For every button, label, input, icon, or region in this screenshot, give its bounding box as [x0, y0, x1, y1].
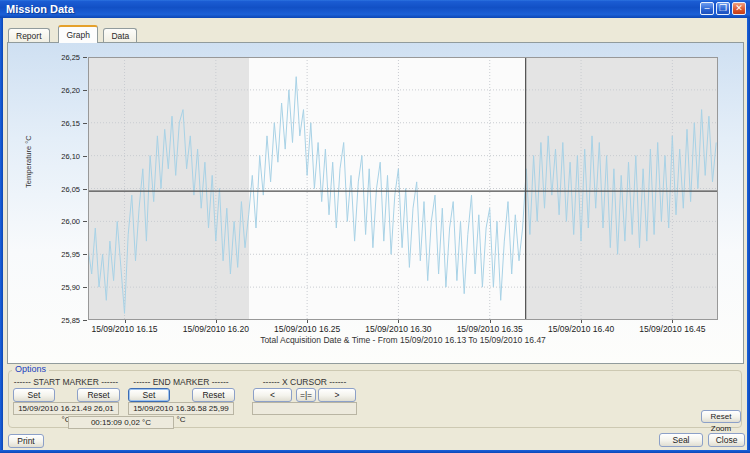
y-tick-mark [83, 287, 87, 288]
y-tick-label: 25,90 [50, 283, 80, 292]
y-tick-label: 26,25 [50, 53, 80, 62]
y-tick-label: 26,00 [50, 217, 80, 226]
start-marker-reset-button[interactable]: Reset [77, 388, 120, 402]
temperature-chart[interactable] [88, 57, 718, 320]
start-marker-value-field: 15/09/2010 16.21.49 26,01 °C [13, 402, 119, 415]
end-marker-set-button[interactable]: Set [128, 388, 170, 402]
close-icon[interactable]: ✕ [732, 2, 746, 15]
print-button[interactable]: Print [8, 434, 44, 448]
x-tick-mark [307, 320, 308, 323]
y-tick-mark [83, 90, 87, 91]
y-tick-label: 26,10 [50, 152, 80, 161]
y-tick-mark [83, 57, 87, 58]
end-marker-value-field: 15/09/2010 16.36.58 25,99 °C [128, 402, 234, 415]
restore-button[interactable]: ❐ [716, 2, 730, 15]
start-marker-set-button[interactable]: Set [13, 388, 55, 402]
options-group-label: Options [12, 364, 49, 374]
x-tick-label: 15/09/2010 16.20 [171, 324, 261, 334]
x-tick-mark [216, 320, 217, 323]
x-tick-mark [125, 320, 126, 323]
x-cursor-header: ------ X CURSOR ------ [252, 377, 357, 387]
y-tick-mark [83, 254, 87, 255]
reset-zoom-button[interactable]: Reset Zoom [701, 410, 741, 423]
x-axis-title: Total Acquisition Date & Time - From 15/… [88, 335, 718, 345]
y-tick-mark [83, 123, 87, 124]
x-tick-mark [581, 320, 582, 323]
tab-graph[interactable]: Graph [58, 25, 98, 43]
window-border-left [0, 18, 3, 453]
end-marker-header: ------ END MARKER ------ [128, 377, 234, 387]
x-tick-label: 15/09/2010 16.25 [262, 324, 352, 334]
tab-report[interactable]: Report [8, 28, 50, 43]
y-tick-label: 26,05 [50, 185, 80, 194]
tab-data[interactable]: Data [103, 28, 137, 43]
y-tick-label: 25,95 [50, 250, 80, 259]
mission-data-window: Mission Data – ❐ ✕ ReportGraphData 26,25… [0, 0, 750, 453]
window-title: Mission Data [0, 3, 74, 15]
x-cursor-value-field [252, 402, 357, 415]
x-tick-mark [672, 320, 673, 323]
start-marker-header: ------ START MARKER ------ [13, 377, 119, 387]
window-titlebar[interactable]: Mission Data – ❐ ✕ [0, 0, 750, 18]
y-tick-label: 25,85 [50, 316, 80, 325]
y-axis-title: Temperature °C [24, 135, 33, 188]
x-tick-mark [490, 320, 491, 323]
marker-duration-field: 00:15:09 0,02 °C [68, 416, 174, 429]
x-tick-label: 15/09/2010 16.15 [80, 324, 170, 334]
y-tick-mark [83, 221, 87, 222]
minimize-button[interactable]: – [700, 2, 714, 15]
x-tick-mark [398, 320, 399, 323]
end-marker-reset-button[interactable]: Reset [192, 388, 235, 402]
x-tick-label: 15/09/2010 16.45 [627, 324, 717, 334]
x-tick-label: 15/09/2010 16.35 [445, 324, 535, 334]
chart-plot[interactable] [88, 57, 718, 324]
y-tick-label: 26,15 [50, 119, 80, 128]
x-cursor-right-button[interactable]: > [318, 388, 356, 402]
y-tick-mark [83, 156, 87, 157]
seal-button[interactable]: Seal [659, 433, 703, 447]
x-tick-label: 15/09/2010 16.40 [536, 324, 626, 334]
close-button[interactable]: Close [708, 433, 745, 447]
y-tick-mark [83, 320, 87, 321]
y-tick-label: 26,20 [50, 86, 80, 95]
y-tick-mark [83, 189, 87, 190]
x-cursor-center-button[interactable]: =|= [296, 388, 316, 402]
x-tick-label: 15/09/2010 16.30 [353, 324, 443, 334]
x-cursor-left-button[interactable]: < [253, 388, 292, 402]
